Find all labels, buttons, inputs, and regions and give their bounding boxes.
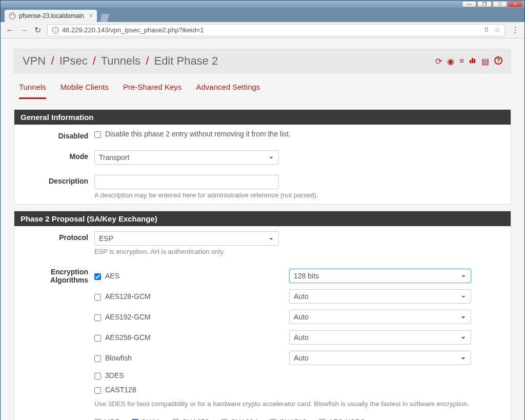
enc-keysize-select[interactable]: Auto [289,310,471,324]
breadcrumb-item[interactable]: Tunnels [101,54,140,67]
page-content: VPN / IPsec / Tunnels / Edit Phase 2 ⟳ ◉… [1,38,524,420]
hash-algo-label: AES-XCBC [329,418,366,420]
browser-tab-bar: pfsense-23.localdomain × [1,8,524,22]
tab-advanced-settings[interactable]: Advanced Settings [196,83,260,99]
tab-pre-shared-keys[interactable]: Pre-Shared Keys [123,83,181,99]
enc-algo-label: AES128-GCM [105,292,151,301]
sliders-icon[interactable]: ≡ [459,56,464,66]
disabled-checkbox[interactable] [94,131,101,138]
reload-button[interactable]: ↻ [34,25,41,35]
tab-tunnels[interactable]: Tunnels [19,83,46,99]
minimize-button[interactable]: — [462,1,476,7]
panel-title: General Information [14,110,511,125]
svg-rect-3 [470,60,471,63]
enc-algo-row: CAST128 [94,383,502,397]
bars-icon[interactable] [469,56,476,66]
breadcrumb-item: Edit Phase 2 [154,54,218,67]
favicon-icon [9,12,16,19]
tab-title: pfsense-23.localdomain [19,12,84,19]
enc-algo-checkbox[interactable] [94,355,101,362]
site-info-icon[interactable]: ⓘ [52,27,59,34]
tabs-nav: Tunnels Mobile Clients Pre-Shared Keys A… [14,73,511,99]
enc-algo-label: AES [105,272,119,280]
enc-algo-row: AES256-GCMAuto [94,327,502,348]
enc-algo-row: 3DES [94,368,502,383]
description-help: A description may be entered here for ad… [94,191,502,199]
hash-algo-item: AES-XCBC [319,418,366,420]
hash-algo-item: SHA256 [172,418,209,420]
enc-algo-checkbox[interactable] [94,294,101,301]
svg-point-0 [9,13,15,19]
help-icon[interactable]: ? [494,56,502,65]
window-titlebar: — ❐ □ × [1,1,524,8]
enc-algo-checkbox[interactable] [94,273,101,280]
target-icon[interactable]: ◉ [447,56,454,66]
hash-algo-item: SHA1 [132,418,160,420]
tab-close-icon[interactable]: × [89,12,93,19]
svg-rect-5 [474,59,475,63]
enc-algo-row: AES128-GCMAuto [94,286,502,307]
hash-algo-item: SHA384 [221,418,257,420]
enc-algo-checkbox[interactable] [94,387,101,394]
hash-algo-item: MD5 [94,418,119,420]
list-icon[interactable]: ▤ [481,56,489,66]
enc-help: Use 3DES for best compatibility or for a… [94,400,502,408]
panel-general: General Information Disabled Disable thi… [14,109,511,205]
label-disabled: Disabled [23,130,94,140]
browser-tab[interactable]: pfsense-23.localdomain × [5,10,97,22]
new-tab-button[interactable] [100,14,109,22]
window-frame: — ❐ □ × pfsense-23.localdomain × ← → ↻ ⓘ… [0,0,525,420]
enc-algo-checkbox[interactable] [94,335,101,342]
back-button[interactable]: ← [6,26,14,35]
enc-keysize-select[interactable]: 128 bits [289,269,471,283]
label-protocol: Protocol [23,231,94,255]
hash-algo-item: SHA512 [270,418,306,420]
enc-algo-row: AES192-GCMAuto [94,307,502,327]
label-description: Description [23,175,94,199]
protocol-select[interactable]: ESP [94,231,279,246]
label-mode: Mode [23,150,94,165]
enc-keysize-select[interactable]: Auto [289,351,471,365]
svg-rect-4 [472,58,473,63]
enc-algo-label: Blowfish [105,354,132,362]
url-text: 46.229.220.143/vpn_ipsec_phase2.php?ikei… [62,26,204,34]
hash-algo-label: SHA384 [231,418,257,420]
enc-algo-label: 3DES [105,371,124,379]
refresh-icon[interactable]: ⟳ [435,56,442,66]
panel-phase2: Phase 2 Proposal (SA/Key Exchange) Proto… [14,211,511,420]
tab-mobile-clients[interactable]: Mobile Clients [60,83,109,99]
translate-icon[interactable]: ⠿ [484,26,489,34]
maximize-button[interactable]: ❐ [477,1,492,7]
address-bar: ← → ↻ ⓘ 46.229.220.143/vpn_ipsec_phase2.… [1,22,524,38]
enc-algo-label: AES256-GCM [105,333,151,342]
enc-algo-label: AES192-GCM [105,313,151,321]
enc-algo-row: BlowfishAuto [94,348,502,368]
breadcrumb-item[interactable]: IPsec [59,54,88,67]
browser-menu-button[interactable]: ⋮ [511,25,519,35]
enc-algo-checkbox[interactable] [94,373,101,379]
panel-title: Phase 2 Proposal (SA/Key Exchange) [14,211,511,226]
enc-algo-label: CAST128 [105,386,136,394]
hash-algo-label: SHA256 [182,418,209,420]
svg-point-1 [11,14,12,15]
header-action-icons: ⟳ ◉ ≡ ▤ ? [435,56,502,66]
close-button[interactable]: × [508,1,522,7]
enc-algo-checkbox[interactable] [94,314,101,321]
hash-algo-label: SHA512 [279,418,306,420]
enc-keysize-select[interactable]: Auto [289,289,471,304]
svg-point-2 [13,14,14,15]
enc-algo-row: AES128 bits [94,266,502,286]
page-header: VPN / IPsec / Tunnels / Edit Phase 2 ⟳ ◉… [14,49,511,73]
label-hash-algos: Hash Algorithms [23,418,94,420]
description-input[interactable] [94,175,279,189]
breadcrumb-item[interactable]: VPN [23,54,46,67]
forward-button: → [20,26,28,35]
disabled-text: Disable this phase 2 entry without remov… [105,130,291,138]
url-input[interactable]: ⓘ 46.229.220.143/vpn_ipsec_phase2.php?ik… [47,24,505,36]
enc-keysize-select[interactable]: Auto [289,330,471,345]
mode-select[interactable]: Transport [94,150,279,165]
bookmark-star-icon[interactable]: ☆ [494,26,500,34]
restore-button[interactable]: □ [493,1,507,7]
label-enc-algos: Encryption Algorithms [23,266,94,408]
breadcrumb: VPN / IPsec / Tunnels / Edit Phase 2 [23,54,218,68]
